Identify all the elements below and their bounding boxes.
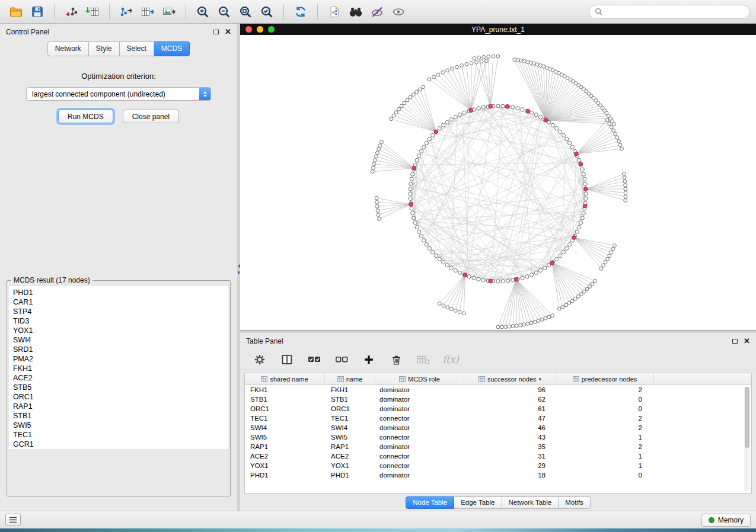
network-window-titlebar[interactable]: YPA_prune.txt_1 [240, 24, 756, 35]
import-table-button[interactable] [82, 2, 103, 21]
tab-mcds[interactable]: MCDS [154, 41, 190, 56]
table-cell[interactable]: STB1 [245, 395, 325, 404]
table-cell[interactable]: TEC1 [325, 414, 375, 423]
table-cell[interactable]: connector [375, 414, 464, 423]
zoom-fit-button[interactable] [235, 2, 256, 21]
tab-motifs[interactable]: Motifs [559, 496, 591, 509]
table-cell[interactable]: PHD1 [325, 470, 375, 480]
network-search-box[interactable] [589, 5, 750, 19]
minimize-window-icon[interactable] [257, 26, 263, 33]
criterion-select[interactable]: largest connected component (undirected) [26, 87, 211, 101]
mcds-result-item[interactable]: STB5 [13, 383, 228, 392]
deselect-all-rows-button[interactable] [334, 352, 349, 367]
table-cell[interactable]: RAP1 [325, 442, 375, 451]
tab-style[interactable]: Style [89, 41, 120, 56]
select-all-rows-button[interactable] [307, 352, 322, 367]
run-mcds-button[interactable]: Run MCDS [58, 110, 113, 123]
mcds-result-list[interactable]: PHD1CAR1STP4TID3YOX1SWI4SRD1PMA2FKH1ACE2… [9, 286, 228, 449]
table-cell[interactable]: SWI5 [325, 432, 375, 442]
zoom-out-button[interactable] [214, 2, 234, 21]
mcds-result-item[interactable]: PHD1 [13, 288, 228, 297]
mcds-result-item[interactable]: RAP1 [13, 402, 228, 411]
table-cell[interactable]: 1 [556, 451, 654, 461]
vertical-splitter[interactable] [237, 24, 240, 511]
table-row[interactable]: YOX1YOX1connector291 [245, 461, 751, 470]
table-cell[interactable]: 2 [556, 442, 654, 451]
table-cell[interactable]: YOX1 [325, 461, 375, 470]
mcds-result-item[interactable]: STB1 [13, 411, 228, 421]
maximize-window-icon[interactable] [268, 26, 275, 33]
table-cell[interactable]: 1 [556, 461, 654, 470]
close-window-icon[interactable] [245, 26, 252, 33]
table-cell[interactable]: ACE2 [245, 451, 325, 461]
scrollbar-thumb[interactable] [745, 387, 749, 448]
table-cell[interactable]: dominator [375, 404, 464, 414]
table-cell[interactable]: 61 [464, 404, 556, 414]
close-panel-button[interactable]: Close panel [123, 110, 179, 123]
table-row[interactable]: SWI4SWI4dominator462 [245, 423, 751, 432]
show-task-history-button[interactable] [5, 514, 21, 526]
table-cell[interactable]: 18 [464, 470, 556, 480]
open-file-button[interactable] [6, 2, 26, 21]
splitter-collapse-icon[interactable] [237, 264, 240, 275]
network-graph[interactable] [240, 35, 755, 330]
table-cell[interactable]: ACE2 [325, 451, 375, 461]
table-cell[interactable]: connector [375, 432, 464, 442]
column-header[interactable]: successor nodes▾ [464, 373, 556, 384]
tab-edge-table[interactable]: Edge Table [454, 496, 502, 509]
column-header[interactable]: name [325, 373, 375, 384]
save-session-button[interactable] [27, 2, 47, 21]
table-cell[interactable]: 31 [464, 451, 556, 461]
share-document-button[interactable] [324, 2, 344, 21]
refresh-button[interactable] [291, 2, 311, 21]
tab-select[interactable]: Select [120, 41, 154, 56]
delete-column-button[interactable] [388, 352, 404, 367]
mcds-result-item[interactable]: SWI4 [13, 335, 228, 345]
memory-button[interactable]: Memory [701, 514, 751, 527]
tab-network-table[interactable]: Network Table [502, 496, 559, 509]
mcds-result-item[interactable]: ACE2 [13, 373, 228, 383]
mcds-result-item[interactable]: PMA2 [13, 354, 228, 364]
table-cell[interactable]: SWI4 [325, 423, 375, 432]
mcds-result-item[interactable]: TID3 [13, 316, 228, 326]
mcds-result-item[interactable]: YOX1 [13, 326, 228, 335]
table-cell[interactable]: PHD1 [245, 470, 325, 480]
mcds-result-item[interactable]: STP4 [13, 307, 228, 316]
tab-node-table[interactable]: Node Table [406, 496, 454, 509]
network-canvas[interactable] [240, 35, 756, 330]
table-cell[interactable]: 1 [556, 432, 654, 442]
zoom-selected-button[interactable] [257, 2, 277, 21]
table-cell[interactable]: 47 [464, 414, 556, 423]
mcds-result-item[interactable]: TEC1 [13, 430, 228, 440]
table-cell[interactable]: 0 [556, 404, 654, 414]
function-builder-button[interactable]: f(x) [443, 352, 458, 367]
table-cell[interactable]: dominator [375, 423, 464, 432]
column-header[interactable]: shared name [245, 373, 325, 384]
sort-menu-icon[interactable]: ▾ [539, 376, 542, 382]
zoom-in-button[interactable] [193, 2, 213, 21]
table-row[interactable]: TEC1TEC1connector472 [245, 414, 751, 423]
table-cell[interactable]: 35 [464, 442, 556, 451]
show-details-button[interactable] [388, 2, 409, 21]
table-cell[interactable]: ORC1 [325, 404, 375, 414]
table-cell[interactable]: SWI4 [245, 423, 325, 432]
table-cell[interactable]: 2 [556, 414, 654, 423]
add-column-button[interactable] [361, 352, 377, 367]
hide-details-button[interactable] [367, 2, 387, 21]
column-header[interactable]: MCDS role [375, 373, 464, 384]
table-row[interactable]: ACE2ACE2connector311 [245, 451, 751, 461]
mcds-result-item[interactable]: SWI5 [13, 421, 228, 430]
table-cell[interactable]: 0 [556, 395, 654, 404]
table-settings-button[interactable] [252, 352, 267, 367]
mcds-result-item[interactable]: CAR1 [13, 297, 228, 307]
mcds-result-item[interactable]: GCR1 [13, 440, 228, 449]
table-cell[interactable]: ORC1 [245, 404, 325, 414]
table-cell[interactable]: FKH1 [245, 385, 325, 395]
table-cell[interactable]: SWI5 [245, 432, 325, 442]
tab-network[interactable]: Network [47, 41, 89, 56]
table-cell[interactable]: 62 [464, 395, 556, 404]
table-cell[interactable]: STB1 [325, 395, 375, 404]
table-cell[interactable]: 43 [464, 432, 556, 442]
table-cell[interactable]: FKH1 [325, 385, 375, 395]
close-panel-icon[interactable]: ✕ [225, 28, 231, 36]
